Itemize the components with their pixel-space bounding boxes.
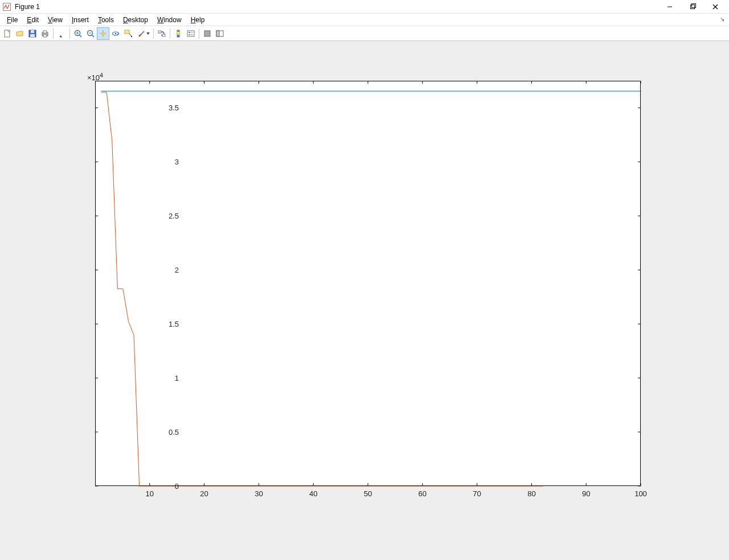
pan-button[interactable] (97, 27, 109, 40)
svg-rect-33 (187, 31, 194, 36)
toolbar (0, 26, 729, 41)
save-button[interactable] (26, 27, 39, 40)
svg-line-14 (79, 35, 81, 37)
close-button[interactable] (704, 0, 727, 14)
y-tick-label: 2.5 (156, 212, 179, 220)
axis-ticks (95, 81, 641, 486)
matlab-figure-icon (2, 2, 11, 11)
x-tick-label: 60 (419, 489, 427, 498)
hide-tools-button[interactable] (201, 27, 214, 40)
svg-line-25 (141, 31, 144, 35)
x-tick-label: 90 (582, 489, 590, 498)
x-tick-label: 70 (473, 489, 481, 498)
colorbar-button[interactable] (172, 27, 185, 40)
svg-rect-30 (177, 32, 179, 34)
menu-view[interactable]: View (43, 15, 67, 25)
zoom-in-button[interactable] (72, 27, 84, 40)
svg-point-24 (131, 35, 132, 36)
svg-rect-27 (162, 34, 165, 36)
svg-rect-22 (125, 30, 129, 34)
svg-rect-40 (216, 31, 219, 36)
svg-rect-12 (43, 35, 47, 37)
y-tick-label: 3 (156, 158, 179, 166)
svg-point-21 (115, 32, 117, 34)
svg-rect-2 (690, 5, 694, 9)
zoom-out-button[interactable] (84, 27, 97, 40)
x-tick-label: 30 (255, 489, 263, 498)
menu-tools[interactable]: Tools (93, 15, 118, 25)
x-tick-label: 40 (309, 489, 317, 498)
legend-button[interactable] (185, 27, 197, 40)
svg-line-18 (92, 35, 94, 37)
maximize-button[interactable] (681, 0, 704, 14)
rotate-3d-button[interactable] (109, 27, 122, 40)
print-button[interactable] (39, 27, 51, 40)
y-tick-label: 3.5 (156, 104, 179, 112)
x-tick-label: 100 (634, 489, 647, 498)
svg-rect-3 (691, 4, 695, 8)
brush-button[interactable] (134, 27, 151, 40)
y-tick-label: 0.5 (156, 428, 179, 437)
x-tick-label: 50 (364, 489, 372, 498)
x-tick-label: 20 (200, 489, 208, 498)
svg-rect-9 (30, 34, 35, 37)
menubar-overflow-icon[interactable]: ↘ (720, 16, 724, 22)
svg-rect-8 (31, 30, 34, 33)
y-tick-label: 1 (156, 374, 179, 382)
menu-insert[interactable]: Insert (67, 15, 93, 25)
new-figure-button[interactable] (1, 27, 14, 40)
data-cursor-button[interactable] (122, 27, 134, 40)
x-tick-label: 10 (146, 489, 154, 498)
chevron-down-icon (146, 32, 150, 35)
y-tick-label: 1.5 (156, 320, 179, 328)
y-tick-label: 2 (156, 266, 179, 274)
x-tick-label: 80 (527, 489, 535, 498)
svg-rect-11 (43, 31, 47, 33)
menubar: File Edit View Insert Tools Desktop Wind… (0, 14, 729, 26)
svg-rect-31 (177, 34, 179, 35)
svg-rect-32 (177, 35, 179, 37)
menu-file[interactable]: File (2, 15, 22, 25)
menu-desktop[interactable]: Desktop (118, 15, 153, 25)
figure-canvas[interactable]: ×104 10203040506070809010000.511.522.533… (0, 41, 729, 560)
window-title: Figure 1 (15, 3, 40, 11)
dock-button[interactable] (214, 27, 226, 40)
y-tick-label: 0 (156, 482, 179, 491)
svg-rect-38 (204, 31, 210, 36)
minimize-button[interactable] (658, 0, 681, 14)
menu-window[interactable]: Window (153, 15, 186, 25)
titlebar: Figure 1 (0, 0, 729, 14)
menu-edit[interactable]: Edit (22, 15, 43, 25)
menu-help[interactable]: Help (186, 15, 210, 25)
open-button[interactable] (14, 27, 26, 40)
svg-rect-29 (177, 30, 179, 32)
svg-rect-26 (158, 31, 161, 33)
edit-plot-button[interactable] (55, 27, 68, 40)
link-button[interactable] (155, 27, 168, 40)
